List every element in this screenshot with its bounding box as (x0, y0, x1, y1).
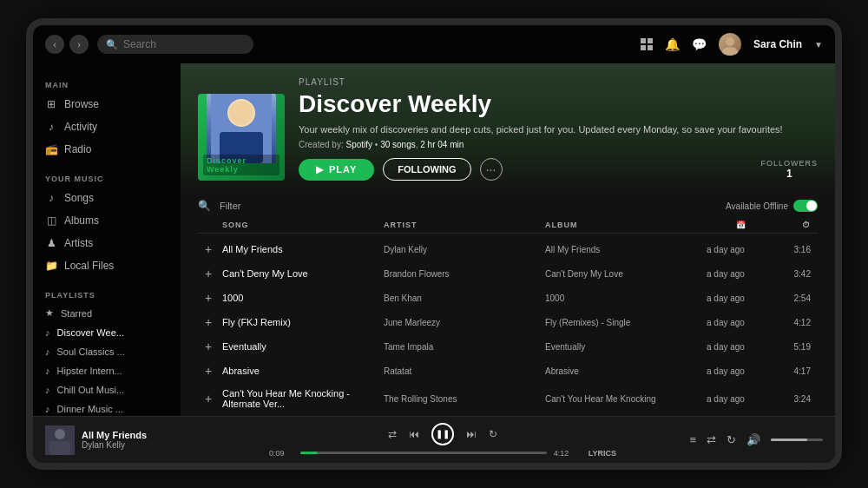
table-row[interactable]: + Can't You Hear Me Knocking - Alternate… (198, 383, 818, 414)
more-options-button[interactable]: ··· (480, 158, 503, 181)
table-header: SONG ARTIST ALBUM 📅 ⏱ (198, 217, 818, 234)
np-extras: ≡ ⇄ ↻ 🔊 (684, 433, 823, 446)
playlist-duration: 2 hr 04 min (420, 140, 464, 149)
track-duration: 4:17 (776, 366, 811, 376)
progress-bar[interactable] (300, 452, 547, 454)
sidebar-item-albums[interactable]: ◫ Albums (33, 209, 181, 232)
np-track-name: All My Friends (82, 430, 147, 440)
add-track-icon[interactable]: + (205, 291, 222, 305)
filter-search-icon: 🔍 (198, 200, 211, 212)
add-track-icon[interactable]: + (205, 315, 222, 329)
shuffle-extra-icon[interactable]: ⇄ (707, 433, 716, 446)
soul-classics-label: Soul Classics ... (57, 346, 125, 357)
list-icon[interactable]: ≡ (689, 433, 696, 446)
sidebar-item-dinner-music[interactable]: ♪ Dinner Music ... (33, 399, 181, 416)
track-artist: The Rolling Stones (384, 394, 545, 404)
sidebar-item-local-files[interactable]: 📁 Local Files (33, 254, 181, 277)
table-row[interactable]: + Fly (FKJ Remix) June Marleezy Fly (Rem… (198, 310, 818, 334)
add-track-icon[interactable]: + (205, 364, 222, 378)
track-list-controls: 🔍 Filter Available Offline (181, 195, 835, 217)
add-track-icon[interactable]: + (205, 340, 222, 353)
np-track-info: All My Friends Dylan Kelly (45, 425, 201, 455)
volume-icon[interactable]: 🔊 (746, 433, 760, 446)
your-music-label: YOUR MUSIC (33, 168, 181, 187)
activity-icon: ♪ (45, 121, 57, 133)
col-added: 📅 (707, 221, 776, 229)
pause-button[interactable]: ❚❚ (431, 423, 454, 445)
table-row[interactable]: + All My Friends Dylan Kelly All My Frie… (198, 237, 818, 261)
play-label: PLAY (329, 164, 357, 175)
repeat-extra-icon[interactable]: ↻ (727, 433, 736, 446)
forward-button[interactable]: › (69, 35, 89, 54)
sidebar-item-chill-out[interactable]: ♪ Chill Out Musi... (33, 380, 181, 399)
top-bar: ‹ › 🔍 🔔 💬 Sara Chin (33, 25, 835, 63)
shuffle-button[interactable]: ⇄ (388, 428, 397, 440)
following-button[interactable]: FOLLOWING (383, 158, 470, 181)
playlist-creator: Spotify (345, 140, 372, 149)
add-track-icon[interactable]: + (205, 267, 222, 280)
svg-point-1 (722, 47, 738, 56)
sidebar-item-discover-weekly[interactable]: ♪ Discover Wee... (33, 323, 181, 342)
local-files-icon: 📁 (45, 260, 57, 272)
search-bar[interactable]: 🔍 (97, 35, 253, 54)
local-files-label: Local Files (64, 260, 114, 272)
progress-fill (300, 452, 318, 454)
controls-row: ⇄ ⏮ ❚❚ ⏭ ↻ (388, 423, 497, 445)
sidebar-item-artists[interactable]: ♟ Artists (33, 232, 181, 254)
playlist-title: Discover Weekly (299, 90, 818, 118)
add-track-icon[interactable]: + (205, 242, 222, 256)
track-artist: Brandon Flowers (384, 269, 545, 279)
search-icon: 🔍 (106, 39, 118, 50)
track-duration: 3:42 (776, 269, 811, 279)
prev-button[interactable]: ⏮ (409, 428, 419, 440)
add-track-icon[interactable]: + (205, 392, 222, 406)
main-section-label: MAIN (33, 74, 181, 93)
col-artist: ARTIST (384, 221, 545, 229)
back-button[interactable]: ‹ (45, 35, 64, 54)
chill-out-label: Chill Out Musi... (57, 385, 125, 395)
radio-icon: 📻 (45, 143, 57, 155)
offline-toggle-switch[interactable] (793, 200, 818, 212)
svg-point-0 (726, 37, 734, 46)
table-row[interactable]: + 1000 Ben Khan 1000 a day ago 2:54 (198, 286, 818, 310)
sidebar-item-starred[interactable]: ★ Starred (33, 303, 181, 323)
browse-label: Browse (64, 98, 99, 110)
track-duration: 4:12 (776, 318, 811, 327)
artists-icon: ♟ (45, 237, 57, 249)
repeat-button[interactable]: ↻ (489, 428, 497, 440)
track-duration: 3:16 (776, 245, 811, 254)
table-row[interactable]: + Eventually Tame Impala Eventually a da… (198, 334, 818, 359)
sidebar-item-hipster[interactable]: ♪ Hipster Intern... (33, 361, 181, 380)
sidebar-item-songs[interactable]: ♪ Songs (33, 187, 181, 209)
table-row[interactable]: + Abrasive Ratatat Abrasive a day ago 4:… (198, 359, 818, 383)
table-row[interactable]: + Can't Deny My Love Brandon Flowers Can… (198, 261, 818, 286)
next-button[interactable]: ⏭ (466, 428, 477, 440)
now-playing-bar: All My Friends Dylan Kelly ⇄ ⏮ ❚❚ ⏭ ↻ 0:… (33, 416, 835, 463)
sidebar-item-activity[interactable]: ♪ Activity (33, 115, 181, 138)
browse-icon: ⊞ (45, 98, 57, 110)
sidebar-item-radio[interactable]: 📻 Radio (33, 138, 181, 161)
track-duration: 5:19 (776, 342, 811, 352)
artists-label: Artists (64, 237, 93, 249)
bell-icon[interactable]: 🔔 (665, 37, 680, 51)
sidebar-item-browse[interactable]: ⊞ Browse (33, 93, 181, 115)
volume-bar[interactable] (771, 439, 823, 441)
track-album: Fly (Remixes) - Single (545, 318, 707, 327)
np-info: All My Friends Dylan Kelly (82, 430, 147, 450)
message-icon[interactable]: 💬 (692, 37, 707, 51)
svg-point-5 (229, 101, 253, 125)
col-duration: ⏱ (776, 221, 811, 229)
user-name: Sara Chin (753, 38, 802, 50)
play-button[interactable]: ▶ PLAY (299, 159, 374, 181)
playlist-songs-count: 30 songs (380, 140, 416, 149)
track-album: 1000 (545, 293, 707, 303)
lyrics-button[interactable]: LYRICS (589, 449, 616, 458)
track-table: SONG ARTIST ALBUM 📅 ⏱ + All My Friends D… (181, 217, 835, 416)
activity-label: Activity (64, 121, 97, 133)
chevron-down-icon[interactable]: ▼ (814, 40, 823, 49)
grid-icon[interactable] (641, 38, 653, 50)
track-album: Can't You Hear Me Knocking (545, 394, 707, 404)
track-time-ago: a day ago (707, 366, 776, 376)
search-input[interactable] (123, 38, 245, 50)
sidebar-item-soul-classics[interactable]: ♪ Soul Classics ... (33, 342, 181, 361)
